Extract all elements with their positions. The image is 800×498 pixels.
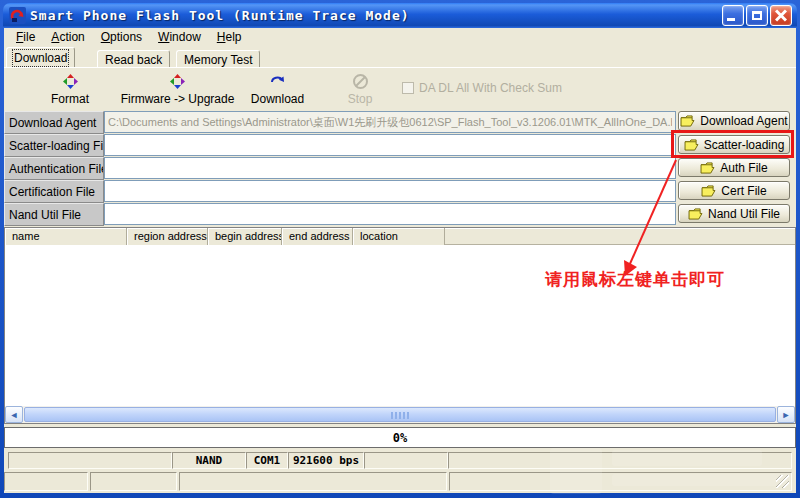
format-label: Format [51,92,89,106]
format-icon [62,73,79,90]
tab-strip: Download Read back Memory Test [4,47,796,67]
cert-file-label: Certification File [4,180,104,203]
status-cell-empty-2 [364,452,448,469]
scroll-left-button[interactable]: ◄ [5,406,23,423]
header-location[interactable]: location [353,228,445,245]
firmware-upgrade-button[interactable]: Firmware -> Upgrade [110,73,245,106]
format-button[interactable]: Format [30,73,110,106]
header-name[interactable]: name [5,228,127,245]
tab-memory-test[interactable]: Memory Test [176,50,260,67]
scrollbar-thumb[interactable] [24,407,776,422]
auth-file-browse-label: Auth File [720,161,767,175]
stop-button: Stop [330,73,390,106]
tab-read-back-label: Read back [105,53,162,67]
auth-file-label: Authentication File [4,157,104,180]
nand-util-browse-label: Nand Util File [708,207,780,221]
list-header: name region address begin address end ad… [5,228,795,245]
scrollbar-grip [391,412,409,419]
status2-cell-1 [4,472,88,491]
app-icon [9,7,26,24]
minimize-button[interactable] [722,5,744,26]
menu-options[interactable]: Options [93,28,150,47]
status-cell-empty-1 [8,452,172,469]
progress-bar: 0% [4,427,796,448]
status-cell-port: COM1 [246,452,288,469]
nand-util-input[interactable] [104,203,676,225]
folder-icon [688,208,703,220]
header-end-address[interactable]: end address [282,228,353,245]
close-button[interactable] [770,5,792,26]
header-filler [445,228,795,244]
status2-cell-3 [179,472,447,491]
firmware-upgrade-icon [169,73,186,90]
auth-file-input[interactable] [104,157,676,179]
cert-file-input[interactable] [104,180,676,202]
partition-list: name region address begin address end ad… [4,227,796,424]
scatter-file-input[interactable] [104,134,676,156]
checksum-label: DA DL All With Check Sum [419,81,562,95]
tab-download[interactable]: Download [6,47,75,67]
firmware-upgrade-label: Firmware -> Upgrade [121,92,235,106]
menu-bar: File Action Options Window Help [4,28,796,47]
stop-label: Stop [348,92,373,106]
progress-value: 0% [393,431,407,445]
cert-file-browse-label: Cert File [721,184,766,198]
toolbar: Format Firmware -> Upgrade Download [4,68,796,111]
status-bar-2 [4,472,796,491]
nand-util-browse-button[interactable]: Nand Util File [678,204,790,223]
folder-icon [700,162,715,174]
nand-util-label: Nand Util File [4,203,104,226]
menu-action[interactable]: Action [43,28,92,47]
cert-file-browse-button[interactable]: Cert File [678,181,790,200]
checksum-option: DA DL All With Check Sum [402,81,562,95]
close-icon [771,6,791,25]
resize-grip[interactable] [776,475,789,488]
download-agent-browse-label: Download Agent [700,114,787,128]
title-bar[interactable]: Smart Phone Flash Tool (Runtime Trace Mo… [3,3,797,28]
highlight-rectangle [671,130,794,158]
status-cell-storage: NAND [172,452,246,469]
download-icon [269,73,286,90]
status2-cell-2 [90,472,177,491]
download-agent-browse-button[interactable]: Download Agent [678,111,790,131]
tab-memory-test-label: Memory Test [184,53,252,67]
status-cell-empty-3 [448,452,792,469]
header-begin-address[interactable]: begin address [208,228,282,245]
stop-icon [352,73,369,90]
download-agent-input[interactable] [104,111,676,133]
auth-file-browse-button[interactable]: Auth File [678,158,790,177]
annotation-text: 请用鼠标左键单击即可 [545,268,725,291]
menu-file[interactable]: File [8,28,43,47]
maximize-icon [752,11,762,20]
checksum-checkbox [402,82,414,94]
header-region-address[interactable]: region address [127,228,208,245]
tab-download-label: Download [14,51,67,65]
download-label: Download [251,92,304,106]
horizontal-scrollbar[interactable]: ◄ ► [5,406,795,423]
menu-help[interactable]: Help [209,28,250,47]
download-button[interactable]: Download [240,73,315,106]
status-cell-baud: 921600 bps [288,452,364,469]
folder-icon [701,185,716,197]
tab-read-back[interactable]: Read back [97,50,170,67]
maximize-button[interactable] [746,5,768,26]
menu-window[interactable]: Window [150,28,209,47]
status2-cell-4 [449,472,792,491]
download-agent-label: Download Agent [4,111,104,134]
app-window: { "window": { "title": "Smart Phone Flas… [0,0,800,498]
window-title: Smart Phone Flash Tool (Runtime Trace Mo… [30,8,722,23]
folder-icon [680,115,695,127]
status-bar: NAND COM1 921600 bps [4,452,796,469]
scroll-right-button[interactable]: ► [777,406,795,423]
minimize-icon [727,18,735,21]
client-area: File Action Options Window Help Download… [4,28,796,493]
scatter-file-label: Scatter-loading File [4,134,104,157]
